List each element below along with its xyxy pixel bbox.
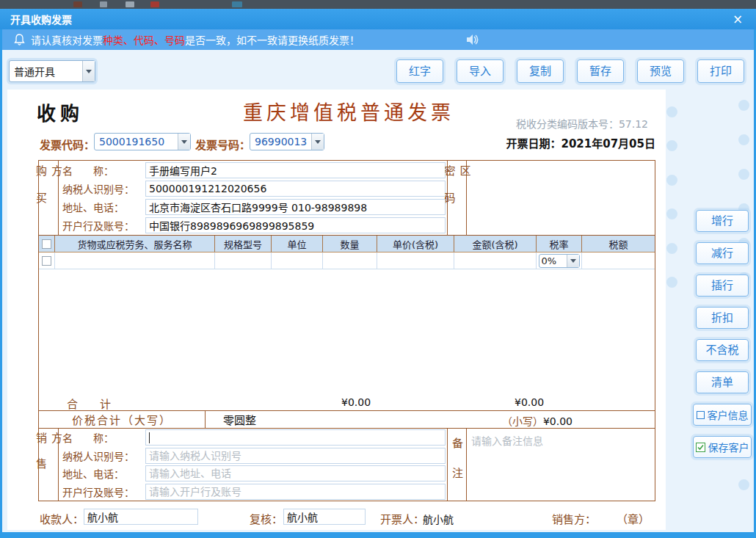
notice-bar: 请认真核对发票种类、代码、号码是否一致，如不一致请更换纸质发票！ bbox=[2, 29, 754, 50]
seller-stamp-label: 销售方： bbox=[552, 511, 596, 526]
remark-input[interactable] bbox=[467, 429, 655, 501]
decor-dot bbox=[666, 243, 677, 254]
invoice-title: 重庆增值税普通发票 bbox=[183, 97, 514, 126]
item-qty-cell[interactable] bbox=[323, 252, 377, 269]
invoice-paper: 收购 重庆增值税普通发票 税收分类编码版本号：57.12 发票代码： 50001… bbox=[7, 90, 666, 530]
col-header: 税额 bbox=[582, 236, 655, 252]
desktop-background bbox=[0, 0, 756, 9]
invoice-number-select[interactable]: 96990013 bbox=[250, 133, 324, 150]
discount-button[interactable]: 折扣 bbox=[696, 307, 749, 329]
seller-rows: 名 称： 纳税人识别号： 地址、电话： 开户行及账号： bbox=[59, 429, 447, 501]
total-row: 合 计 ¥0.00 ¥0.00 bbox=[39, 393, 655, 411]
buyer-name-label: 名 称： bbox=[59, 163, 145, 178]
select-all-cell bbox=[39, 236, 55, 252]
chevron-down-icon bbox=[567, 255, 579, 267]
seller-taxid-input[interactable] bbox=[145, 448, 446, 464]
decor-dot bbox=[666, 106, 677, 117]
payee-label: 收款人： bbox=[40, 511, 84, 526]
copy-button[interactable]: 复制 bbox=[517, 59, 564, 83]
seller-name-label: 名 称： bbox=[59, 430, 145, 445]
close-icon[interactable]: × bbox=[730, 9, 746, 29]
seller-taxid-label: 纳税人识别号： bbox=[59, 448, 145, 463]
invoice-code-value: 5000191650 bbox=[95, 134, 178, 150]
chevron-down-icon bbox=[82, 61, 95, 81]
seller-taxid-row: 纳税人识别号： bbox=[59, 447, 447, 465]
col-header: 单位 bbox=[272, 236, 323, 252]
buyer-address-input[interactable] bbox=[145, 199, 446, 215]
chevron-down-icon bbox=[178, 134, 190, 150]
buyer-taxid-input[interactable] bbox=[145, 181, 446, 197]
invoice-date-label: 开票日期： bbox=[506, 137, 561, 150]
col-header: 规格型号 bbox=[215, 236, 272, 252]
buyer-address-row: 地址、电话： bbox=[59, 198, 447, 217]
seller-name-input[interactable] bbox=[145, 429, 446, 446]
tax-rate-value: 0% bbox=[539, 255, 567, 267]
add-row-button[interactable]: 增行 bbox=[696, 210, 749, 232]
desktop-icon bbox=[100, 1, 107, 7]
row-checkbox[interactable] bbox=[42, 256, 51, 266]
amount-in-words-label: 价税合计（大写） bbox=[39, 411, 206, 428]
drawer-label: 开票人： bbox=[380, 511, 424, 526]
tax-exclusive-button[interactable]: 不含税 bbox=[696, 339, 749, 361]
invoice-date: 开票日期：2021年07月05日 bbox=[506, 135, 655, 150]
item-spec-cell[interactable] bbox=[215, 252, 272, 269]
issue-mode-value: 普通开具 bbox=[10, 61, 82, 81]
issue-mode-select[interactable]: 普通开具 bbox=[9, 60, 95, 82]
decor-dot bbox=[738, 479, 749, 490]
window-border-bottom bbox=[0, 532, 756, 538]
password-area bbox=[467, 161, 655, 235]
buyer-taxid-row: 纳税人识别号： bbox=[59, 179, 447, 197]
seller-name-row: 名 称： bbox=[59, 429, 447, 447]
speaker-icon[interactable] bbox=[465, 32, 479, 49]
drawer-value: 航小航 bbox=[423, 512, 454, 526]
decor-dot bbox=[666, 208, 677, 219]
save-customer-button[interactable]: 保存客户 bbox=[693, 436, 752, 458]
buyer-bank-input[interactable] bbox=[145, 217, 446, 233]
item-tax-cell[interactable] bbox=[582, 252, 655, 269]
item-amount-cell[interactable] bbox=[454, 252, 537, 269]
decor-dot bbox=[666, 277, 677, 288]
invoice-type-label: 收购 bbox=[37, 98, 84, 126]
decor-dot bbox=[738, 134, 749, 145]
hold-button[interactable]: 暂存 bbox=[577, 59, 624, 83]
reviewer-label: 复核： bbox=[250, 511, 283, 526]
print-button[interactable]: 打印 bbox=[697, 59, 744, 83]
remove-row-button[interactable]: 减行 bbox=[696, 242, 749, 264]
buyer-address-label: 地址、电话： bbox=[59, 200, 145, 214]
items-table-header: 货物或应税劳务、服务名称 规格型号 单位 数量 单价(含税) 金额(含税) 税率… bbox=[39, 236, 655, 252]
buyer-bank-row: 开户行及账号： bbox=[59, 217, 447, 235]
seller-side-label: 销售方 bbox=[39, 429, 59, 501]
col-header: 税率 bbox=[537, 236, 582, 252]
buyer-rows: 名 称： 纳税人识别号： 地址、电话： 开户行及账号： bbox=[59, 161, 447, 235]
desktop-icon bbox=[126, 1, 134, 7]
desktop-icon bbox=[232, 1, 242, 7]
reviewer-input[interactable] bbox=[283, 509, 366, 525]
select-all-checkbox[interactable] bbox=[42, 239, 51, 249]
buyer-section: 购买方 名 称： 纳税人识别号： 地址、电话： bbox=[39, 161, 655, 236]
decor-dot bbox=[738, 169, 749, 180]
list-button[interactable]: 清单 bbox=[696, 371, 749, 393]
seller-bank-row: 开户行及账号： bbox=[59, 483, 447, 501]
seller-bank-input[interactable] bbox=[145, 484, 446, 500]
invoice-code-select[interactable]: 5000191650 bbox=[94, 133, 191, 150]
seller-address-label: 地址、电话： bbox=[59, 466, 145, 481]
amount-in-figures: （小写）¥0.00 bbox=[502, 413, 573, 428]
item-unit-cell[interactable] bbox=[272, 252, 323, 269]
text-caret bbox=[149, 432, 150, 443]
seller-stamp: （章） bbox=[617, 511, 650, 526]
preview-button[interactable]: 预览 bbox=[637, 59, 684, 83]
red-invoice-button[interactable]: 红字 bbox=[396, 59, 443, 83]
total-label: 合 计 bbox=[67, 396, 111, 411]
item-name-cell[interactable] bbox=[55, 252, 215, 269]
seller-address-input[interactable] bbox=[145, 465, 446, 481]
buyer-name-input[interactable] bbox=[145, 162, 446, 178]
amount-in-words-row: 价税合计（大写） 零圆整 （小写）¥0.00 bbox=[39, 411, 655, 429]
item-price-cell[interactable] bbox=[377, 252, 454, 269]
tax-rate-select[interactable]: 0% bbox=[539, 254, 580, 268]
customer-info-button[interactable]: 客户信息 bbox=[693, 404, 752, 426]
save-customer-label: 保存客户 bbox=[708, 440, 749, 454]
insert-row-button[interactable]: 插行 bbox=[696, 275, 749, 297]
payee-input[interactable] bbox=[84, 509, 198, 525]
notice-text: 请认真核对发票种类、代码、号码是否一致，如不一致请更换纸质发票！ bbox=[31, 32, 360, 47]
import-button[interactable]: 导入 bbox=[457, 59, 504, 83]
